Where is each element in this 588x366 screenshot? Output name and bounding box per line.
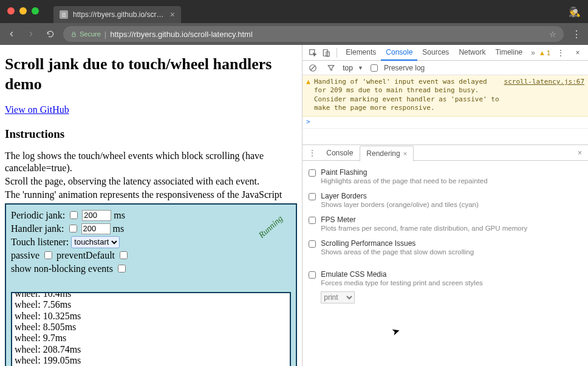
console-prompt[interactable]: > [303,117,588,129]
rendering-panel: Paint FlashingHighlights areas of the pa… [303,161,588,310]
rendering-option-checkbox[interactable] [309,271,316,279]
log-line: wheel: 208.74ms [15,344,287,355]
warning-count-badge[interactable]: ▲ 1 [539,49,550,56]
tab-timeline[interactable]: Timeline [490,45,527,61]
rendering-option-checkbox[interactable] [309,169,316,177]
touch-listener-select[interactable]: touchstart [71,236,120,248]
clear-console-icon[interactable] [306,62,320,74]
rendering-option-desc: Shows layer borders (orange/olive) and t… [321,201,479,208]
device-mode-icon[interactable] [320,47,333,59]
handler-jank-input[interactable] [81,223,111,234]
devtools-close-icon[interactable]: × [571,47,584,59]
drawer-tab-console[interactable]: Console [320,145,360,161]
handler-jank-unit: ms [113,223,125,235]
console-controls: top ▼ Preserve log [303,61,588,75]
periodic-jank-checkbox[interactable] [70,211,78,219]
show-nonblocking-checkbox[interactable] [118,265,126,273]
rendering-option-checkbox[interactable] [309,217,316,224]
instructions-line-3: The 'running' animation represents the r… [5,189,297,201]
rendering-option: Scrolling Performance IssuesShows areas … [305,236,586,259]
warning-count: 1 [547,49,550,56]
log-line: wheel: 7.56ms [15,299,287,310]
filter-icon[interactable] [324,62,338,74]
tab-console[interactable]: Console [381,45,417,61]
page-viewport[interactable]: Scroll jank due to touch/wheel handlers … [0,45,302,366]
rendering-option: Emulate CSS MediaForces media type for t… [305,266,586,290]
tab-elements[interactable]: Elements [341,45,381,61]
tabs-overflow-icon[interactable]: » [527,49,539,57]
drawer-menu-icon[interactable]: ⋮ [305,149,320,157]
demo-panel: Periodic jank: ms Handler jank: ms Touch… [5,203,297,366]
secure-badge: Secure [70,30,101,38]
reload-button[interactable] [44,27,57,41]
drawer-close-icon[interactable]: × [574,149,586,157]
rendering-option-title: Layer Borders [321,192,479,200]
periodic-jank-label: Periodic jank: [11,209,65,222]
warning-icon: ▲ [539,49,545,56]
tab-network[interactable]: Network [454,45,490,61]
rendering-option-checkbox[interactable] [309,240,316,248]
window-titlebar: 🗎 https://rbyers.github.io/scroll-l × 🕵 [0,0,588,23]
context-dropdown-icon[interactable]: ▼ [358,65,363,71]
console-warning-row[interactable]: ▲ Handling of 'wheel' input event was de… [303,75,588,117]
url-text: https://rbyers.github.io/scroll-latency.… [110,30,253,39]
touch-listener-label: Touch listener: [11,236,69,248]
preserve-log-checkbox[interactable] [371,64,378,72]
periodic-jank-input[interactable] [82,210,111,221]
warning-icon: ▲ [306,78,310,112]
close-tab-icon[interactable]: × [170,10,175,19]
warning-source-link[interactable]: scroll-latency.js:67 [504,78,584,112]
passive-label: passive [11,249,39,262]
rendering-option-title: FPS Meter [321,215,527,224]
console-output: ▲ Handling of 'wheel' input event was de… [303,75,588,129]
browser-tab[interactable]: 🗎 https://rbyers.github.io/scroll-l × [53,6,181,23]
tab-title: https://rbyers.github.io/scroll-l [73,10,165,19]
rendering-option-title: Paint Flashing [321,168,487,177]
devtools-drawer: ⋮ Console Rendering × × Paint FlashingHi… [303,144,588,366]
drawer-tabbar: ⋮ Console Rendering × × [303,145,588,161]
log-line: wheel: 10.4ms [15,292,287,299]
svg-rect-2 [324,49,328,56]
rendering-option-checkbox[interactable] [309,193,316,200]
instructions-line-2: Scroll the page, observing the latency a… [5,175,297,188]
event-log[interactable]: wheel: 10.4mswheel: 7.56mswheel: 10.325m… [11,292,291,366]
minimize-window-button[interactable] [19,7,27,15]
devtools-tabbar: Elements Console Sources Network Timelin… [303,45,588,61]
log-line: wheel: 10.325ms [15,311,287,322]
inspect-element-icon[interactable] [306,47,320,59]
content-area: Scroll jank due to touch/wheel handlers … [0,45,588,366]
forward-button[interactable] [24,27,38,41]
back-button[interactable] [5,27,18,41]
rendering-option: Layer BordersShows layer borders (orange… [305,188,586,212]
page-title: Scroll jank due to touch/wheel handlers … [5,55,297,94]
close-window-button[interactable] [7,7,15,15]
page-icon: 🗎 [60,10,68,19]
emulate-media-select[interactable]: print [321,291,355,303]
rendering-option-desc: Shows areas of the page that slow down s… [321,248,474,256]
rendering-option-desc: Plots frames per second, frame rate dist… [321,225,527,232]
close-tab-icon[interactable]: × [403,150,407,157]
incognito-icon: 🕵 [569,6,581,18]
drawer-tab-rendering[interactable]: Rendering × [360,146,414,161]
log-line: wheel: 9.7ms [15,333,287,344]
log-line: wheel: 199.05ms [15,355,287,366]
instructions-line-1: The log shows the touch/wheel events whi… [5,150,297,174]
menu-button[interactable]: ⋮ [570,27,583,41]
handler-jank-checkbox[interactable] [69,225,77,232]
tab-sources[interactable]: Sources [417,45,454,61]
execution-context[interactable]: top [343,64,353,72]
bookmark-icon[interactable]: ☆ [549,30,556,39]
address-bar[interactable]: Secure | https://rbyers.github.io/scroll… [63,26,564,42]
rendering-option-desc: Forces media type for testing print and … [321,279,483,286]
maximize-window-button[interactable] [32,7,39,15]
github-link[interactable]: View on GitHub [5,104,69,115]
rendering-option: FPS MeterPlots frames per second, frame … [305,212,586,236]
preserve-log-label: Preserve log [384,64,425,72]
devtools-menu-icon[interactable]: ⋮ [554,47,567,59]
devtools-panel: Elements Console Sources Network Timelin… [302,45,588,366]
rendering-option-title: Emulate CSS Media [321,270,483,279]
secure-label: Secure [80,30,101,38]
passive-checkbox[interactable] [44,251,52,259]
preventdefault-checkbox[interactable] [120,251,128,259]
periodic-jank-unit: ms [114,209,125,222]
